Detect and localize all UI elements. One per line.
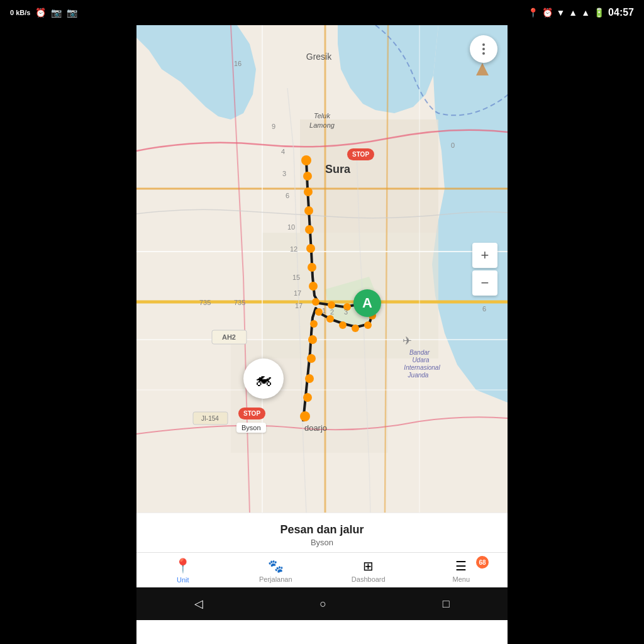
- menu-nav-icon: ☰: [455, 558, 467, 574]
- nav-perjalanan[interactable]: 🐾 Perjalanan: [230, 558, 323, 583]
- vehicle-marker: 🏍: [243, 358, 284, 399]
- vehicle-name-label: Byson: [236, 423, 266, 433]
- svg-point-19: [304, 187, 313, 196]
- alarm-icon: ⏰: [35, 8, 46, 18]
- home-button[interactable]: ○: [304, 592, 341, 616]
- status-right: 📍 ⏰ ▼ ▲ ▲ 🔋 04:57: [528, 7, 635, 18]
- svg-text:12: 12: [290, 245, 297, 253]
- back-button[interactable]: ◁: [179, 592, 218, 616]
- unit-nav-label: Unit: [177, 576, 189, 584]
- svg-text:0: 0: [451, 142, 455, 149]
- svg-point-38: [307, 354, 316, 363]
- svg-text:9: 9: [272, 123, 275, 130]
- svg-point-33: [339, 321, 347, 329]
- menu-nav-label: Menu: [452, 575, 470, 583]
- map-svg: AH2 JI-154: [136, 25, 508, 513]
- more-options-button[interactable]: [470, 35, 497, 63]
- bottom-navigation: 📍 Unit 🐾 Perjalanan ⊞ Dashboard 68 ☰ Men…: [136, 552, 508, 587]
- alarm-icon-right: ⏰: [542, 8, 553, 18]
- zoom-out-button[interactable]: −: [472, 270, 497, 296]
- svg-text:doarjo: doarjo: [304, 423, 327, 433]
- svg-text:4: 4: [281, 148, 285, 155]
- phone-frame: AH2 JI-154: [136, 25, 508, 644]
- svg-text:17: 17: [295, 302, 303, 309]
- svg-text:Lamong: Lamong: [309, 121, 335, 129]
- zoom-in-button[interactable]: +: [472, 243, 497, 268]
- svg-text:Juanda: Juanda: [408, 372, 429, 379]
- location-icon: 📍: [528, 8, 538, 18]
- svg-text:2: 2: [330, 308, 334, 316]
- svg-text:735: 735: [234, 299, 245, 306]
- route-title: Pesan dan jalur: [136, 523, 508, 536]
- nav-unit[interactable]: 📍 Unit: [136, 558, 230, 584]
- svg-point-31: [364, 321, 372, 329]
- svg-point-21: [305, 225, 314, 234]
- svg-text:✈: ✈: [402, 335, 412, 347]
- signal-icon: ▲: [569, 8, 577, 18]
- svg-text:3: 3: [282, 170, 286, 177]
- svg-point-37: [308, 335, 317, 344]
- svg-text:Bandar: Bandar: [409, 349, 430, 356]
- svg-text:Udara: Udara: [412, 357, 430, 364]
- svg-point-18: [303, 172, 312, 180]
- instagram-icon-2: 📷: [67, 8, 77, 18]
- three-dots-icon: [482, 43, 485, 55]
- signal-icon-2: ▲: [581, 8, 590, 18]
- status-bar: 0 kB/s ⏰ 📷 📷 📍 ⏰ ▼ ▲ ▲ 🔋 04:57: [0, 0, 644, 25]
- info-panel: Pesan dan jalur Byson: [136, 513, 508, 552]
- svg-text:3: 3: [344, 308, 348, 316]
- svg-point-41: [300, 411, 310, 421]
- svg-text:Teluk: Teluk: [314, 112, 330, 119]
- svg-point-24: [309, 282, 318, 291]
- svg-point-36: [310, 320, 318, 328]
- route-subtitle: Byson: [136, 538, 508, 547]
- recents-button[interactable]: □: [428, 592, 465, 616]
- status-left: 0 kB/s ⏰ 📷 📷: [10, 8, 77, 18]
- svg-point-25: [312, 298, 319, 306]
- svg-text:735: 735: [199, 299, 211, 306]
- svg-point-40: [303, 393, 312, 402]
- svg-text:Internasional: Internasional: [404, 364, 440, 371]
- stop-marker-top: STOP: [347, 148, 374, 160]
- menu-badge: 68: [476, 556, 489, 569]
- svg-point-39: [305, 374, 314, 383]
- nav-dashboard[interactable]: ⊞ Dashboard: [322, 558, 415, 583]
- svg-text:17: 17: [294, 289, 301, 297]
- svg-text:15: 15: [292, 274, 300, 281]
- svg-text:Gresik: Gresik: [306, 52, 332, 62]
- svg-point-34: [326, 315, 334, 323]
- instagram-icon-1: 📷: [51, 8, 62, 18]
- point-a-marker: A: [353, 289, 381, 317]
- battery-icon: 🔋: [594, 8, 604, 18]
- svg-text:6: 6: [286, 192, 289, 199]
- wifi-icon: ▼: [557, 8, 565, 18]
- svg-point-20: [304, 206, 313, 215]
- motorcycle-icon: 🏍: [255, 369, 272, 389]
- clock: 04:57: [608, 7, 634, 18]
- perjalanan-nav-label: Perjalanan: [259, 575, 292, 583]
- svg-text:JI-154: JI-154: [201, 415, 219, 422]
- speed-indicator: 0 kB/s: [10, 9, 30, 16]
- svg-text:1: 1: [322, 307, 326, 314]
- svg-text:6: 6: [482, 305, 486, 313]
- svg-point-32: [352, 325, 359, 332]
- svg-text:AH2: AH2: [222, 333, 236, 341]
- svg-point-23: [308, 263, 316, 272]
- svg-text:10: 10: [287, 223, 295, 231]
- dashboard-nav-icon: ⊞: [363, 558, 374, 574]
- system-navigation-bar: ◁ ○ □: [136, 587, 508, 620]
- dashboard-nav-label: Dashboard: [352, 575, 386, 583]
- nav-menu[interactable]: 68 ☰ Menu: [415, 558, 508, 583]
- svg-text:16: 16: [234, 60, 242, 67]
- stop-marker-bottom: STOP: [238, 408, 265, 419]
- unit-nav-icon: 📍: [174, 558, 191, 574]
- svg-text:Sura: Sura: [325, 163, 351, 175]
- svg-point-17: [301, 155, 311, 165]
- perjalanan-nav-icon: 🐾: [268, 558, 284, 574]
- svg-point-22: [306, 244, 315, 253]
- zoom-controls: + −: [472, 243, 497, 296]
- map-container[interactable]: AH2 JI-154: [136, 25, 508, 513]
